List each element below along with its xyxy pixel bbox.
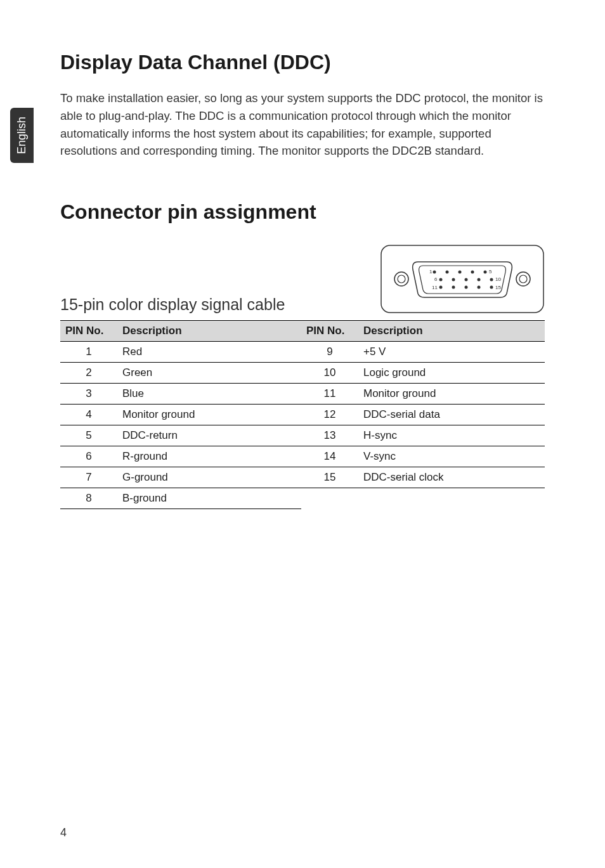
svg-point-7 [459,271,462,274]
header-description-left: Description [117,321,301,342]
svg-point-17 [465,286,468,289]
pin-cell: 9 [301,342,358,363]
svg-point-5 [433,271,436,274]
svg-point-1 [394,272,408,286]
desc-cell: DDC-return [117,425,301,446]
svg-point-11 [452,278,455,282]
table-row: 4 Monitor ground 12 DDC-serial data [60,405,545,425]
desc-cell: R-ground [117,446,301,467]
pin-cell: 10 [301,363,358,384]
header-pin-no-right: PIN No. [301,321,358,342]
svg-point-14 [490,278,493,282]
pin-cell: 1 [60,342,117,363]
page-content: Display Data Channel (DDC) To make insta… [0,0,605,509]
page-number: 4 [60,826,67,839]
table-row: 3 Blue 11 Monitor ground [60,384,545,405]
pin-cell: 4 [60,405,117,425]
svg-point-3 [516,272,530,286]
svg-point-19 [490,286,493,289]
header-pin-no-left: PIN No. [60,321,117,342]
desc-cell: Red [117,342,301,363]
svg-point-10 [439,278,443,282]
desc-cell: B-ground [117,488,301,509]
subheading-15pin: 15-pin color display signal cable [60,295,285,314]
pin-cell: 11 [301,384,358,405]
desc-cell: G-ground [117,467,301,488]
svg-point-16 [452,286,455,289]
table-row: 7 G-ground 15 DDC-serial clock [60,467,545,488]
header-description-right: Description [358,321,545,342]
subheading-row: 15-pin color display signal cable [60,244,545,314]
pin-cell: 8 [60,488,117,509]
table-row: 8 B-ground [60,488,545,509]
table-row: 6 R-ground 14 V-sync [60,446,545,467]
desc-cell-empty [358,488,545,509]
svg-point-13 [478,278,481,282]
desc-cell: H-sync [358,425,545,446]
pin-cell: 3 [60,384,117,405]
desc-cell: Monitor ground [117,405,301,425]
pin-cell: 6 [60,446,117,467]
svg-text:15: 15 [495,285,501,290]
pin-cell: 7 [60,467,117,488]
desc-cell: DDC-serial clock [358,467,545,488]
svg-point-2 [398,275,405,283]
heading-connector: Connector pin assignment [60,200,545,224]
desc-cell: Logic ground [358,363,545,384]
desc-cell: +5 V [358,342,545,363]
pin-cell: 12 [301,405,358,425]
svg-text:6: 6 [434,276,438,282]
svg-point-18 [478,286,481,289]
pin-cell: 14 [301,446,358,467]
pin-cell: 5 [60,425,117,446]
language-tab: English [10,108,34,163]
pin-cell: 2 [60,363,117,384]
svg-text:11: 11 [432,285,438,290]
connector-diagram-icon: 1 5 6 10 11 15 [380,244,545,314]
body-text-ddc: To make installation easier, so long as … [60,89,545,160]
pin-cell-empty [301,488,358,509]
svg-point-9 [484,271,487,274]
pin-cell: 13 [301,425,358,446]
pin-table: PIN No. Description PIN No. Description … [60,320,545,509]
pin-cell: 15 [301,467,358,488]
svg-text:10: 10 [495,276,501,282]
desc-cell: Green [117,363,301,384]
desc-cell: Blue [117,384,301,405]
heading-ddc: Display Data Channel (DDC) [60,51,545,74]
svg-point-4 [519,275,527,283]
table-header-row: PIN No. Description PIN No. Description [60,321,545,342]
desc-cell: DDC-serial data [358,405,545,425]
svg-text:1: 1 [429,269,433,275]
table-row: 5 DDC-return 13 H-sync [60,425,545,446]
svg-point-12 [465,278,468,282]
svg-point-8 [471,271,474,274]
desc-cell: V-sync [358,446,545,467]
table-row: 1 Red 9 +5 V [60,342,545,363]
svg-point-6 [446,271,449,274]
desc-cell: Monitor ground [358,384,545,405]
svg-point-15 [439,286,443,289]
svg-text:5: 5 [489,269,492,275]
table-row: 2 Green 10 Logic ground [60,363,545,384]
